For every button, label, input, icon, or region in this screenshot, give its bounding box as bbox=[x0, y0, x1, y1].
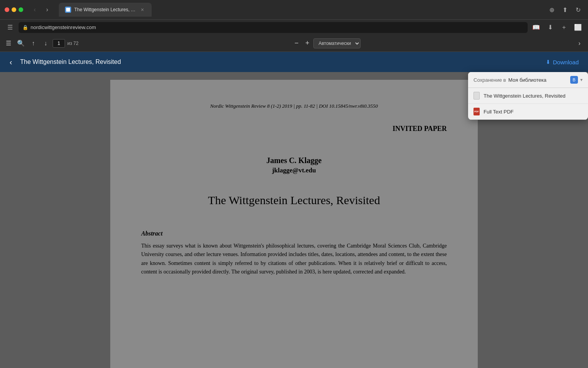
abstract-section: Abstract This essay surveys what is know… bbox=[141, 230, 447, 277]
address-bar[interactable]: 🔒 nordicwittgensteinreview.com bbox=[19, 22, 528, 33]
main-layout: ‹ › The Wittgenstein Lectures, Revisited… bbox=[0, 0, 588, 368]
forward-browser-button[interactable]: › bbox=[42, 4, 53, 15]
pdf-zoom-controls: − + Автоматически 50% 75% 100% 125% 150%… bbox=[292, 38, 361, 48]
journal-info: Nordic Wittgenstein Review 8 (1-2) 2019 … bbox=[141, 103, 447, 109]
tab-favicon bbox=[65, 7, 71, 13]
tab-close-button[interactable]: × bbox=[139, 7, 145, 13]
author-section: James C. Klagge jklagge@vt.edu bbox=[141, 156, 447, 174]
download-item-pdf[interactable]: PDF Full Text PDF bbox=[468, 104, 588, 120]
invited-paper-label: INVITED PAPER bbox=[141, 125, 447, 133]
pdf-prev-page-button[interactable]: ↑ bbox=[28, 38, 39, 49]
author-name: James C. Klagge bbox=[141, 156, 447, 165]
pdf-page: Nordic Wittgenstein Review 8 (1-2) 2019 … bbox=[110, 80, 478, 368]
back-navigation-button[interactable]: ‹ bbox=[5, 56, 17, 68]
pdf-sidebar-toggle[interactable]: ☰ bbox=[3, 38, 14, 49]
tab-title: The Wittgenstein Lectures, Revisited bbox=[74, 7, 136, 12]
tab-overview-button[interactable]: ⬜ bbox=[573, 22, 583, 33]
address-text: nordicwittgensteinreview.com bbox=[31, 24, 96, 30]
refresh-button[interactable]: ↻ bbox=[573, 4, 583, 15]
share-button[interactable]: ⬆ bbox=[559, 4, 570, 15]
download-icon: ⬇ bbox=[546, 59, 550, 65]
pdf-more-button[interactable]: › bbox=[574, 38, 585, 49]
author-email: jklagge@vt.edu bbox=[141, 167, 447, 174]
close-window-button[interactable] bbox=[5, 7, 9, 12]
pdf-search-button[interactable]: 🔍 bbox=[15, 38, 26, 49]
pdf-page-total: из 72 bbox=[67, 41, 79, 46]
browser-nav-buttons: ‹ › bbox=[29, 4, 53, 15]
active-tab[interactable]: The Wittgenstein Lectures, Revisited × bbox=[59, 3, 152, 17]
maximize-window-button[interactable] bbox=[19, 7, 23, 12]
new-tab-button[interactable]: + bbox=[559, 22, 569, 33]
pdf-zoom-in-button[interactable]: + bbox=[303, 39, 312, 48]
abstract-label: Abstract bbox=[141, 230, 447, 237]
download-toolbar-button[interactable]: ⬇ bbox=[545, 22, 556, 33]
reader-mode-button[interactable]: 📖 bbox=[531, 22, 542, 33]
chevron-down-icon[interactable]: ▾ bbox=[580, 77, 583, 83]
abstract-text: This essay surveys what is known about W… bbox=[141, 242, 447, 277]
pdf-zoom-select[interactable]: Автоматически 50% 75% 100% 125% 150% 200… bbox=[313, 38, 361, 48]
tab-bar: The Wittgenstein Lectures, Revisited × bbox=[59, 3, 537, 17]
back-browser-button[interactable]: ‹ bbox=[29, 4, 40, 15]
lock-icon: 🔒 bbox=[22, 25, 28, 30]
download-item-label-1: The Wittgenstein Lectures, Revisited bbox=[484, 93, 566, 99]
paper-title: The Wittgenstein Lectures, Revisited bbox=[141, 194, 447, 207]
address-bar-row: ☰ 🔒 nordicwittgensteinreview.com 📖 ⬇ + ⬜ bbox=[0, 19, 588, 35]
download-button[interactable]: ⬇ Download bbox=[541, 57, 583, 68]
minimize-window-button[interactable] bbox=[12, 7, 16, 12]
pdf-page-input[interactable]: 1 bbox=[53, 39, 65, 48]
download-item-label-2: Full Text PDF bbox=[484, 109, 514, 115]
browser-chrome: ‹ › The Wittgenstein Lectures, Revisited… bbox=[0, 0, 588, 19]
pdf-zoom-out-button[interactable]: − bbox=[292, 39, 301, 48]
browser-top-right: ⊕ ⬆ ↻ bbox=[546, 4, 583, 15]
page-title: The Wittgenstein Lectures, Revisited bbox=[20, 58, 538, 65]
pdf-zoom-area: − + Автоматически 50% 75% 100% 125% 150%… bbox=[80, 38, 573, 48]
download-panel-header: Сохранение в Моя библиотека B ▾ bbox=[468, 72, 588, 88]
pdf-icon: PDF bbox=[473, 108, 480, 115]
saving-label: Сохранение в bbox=[473, 77, 506, 83]
download-label: Download bbox=[553, 59, 579, 65]
window-controls bbox=[5, 7, 23, 12]
download-item-document[interactable]: The Wittgenstein Lectures, Revisited bbox=[468, 88, 588, 104]
nav-bar: ‹ The Wittgenstein Lectures, Revisited ⬇… bbox=[0, 52, 588, 72]
sidebar-toggle-button[interactable]: ☰ bbox=[5, 22, 15, 33]
library-label: Моя библиотека bbox=[508, 77, 546, 83]
library-icon: B bbox=[570, 76, 578, 84]
pdf-next-page-button[interactable]: ↓ bbox=[40, 38, 51, 49]
document-icon bbox=[473, 92, 480, 100]
svg-rect-0 bbox=[66, 8, 70, 12]
bookmark-button[interactable]: ⊕ bbox=[546, 4, 557, 15]
pdf-toolbar: ☰ 🔍 ↑ ↓ 1 из 72 − + Автоматически 50% 75… bbox=[0, 35, 588, 52]
download-panel: Сохранение в Моя библиотека B ▾ The Witt… bbox=[468, 72, 588, 120]
